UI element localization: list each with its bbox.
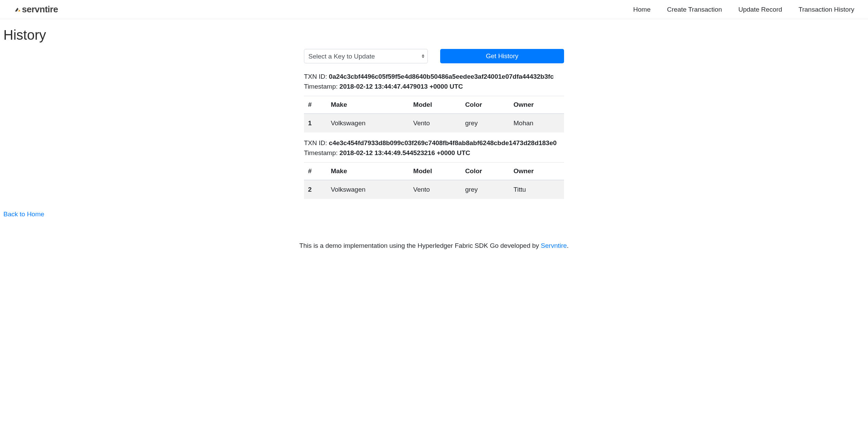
nav-update-record[interactable]: Update Record (738, 6, 782, 13)
cell-index: 2 (304, 180, 327, 199)
col-color: Color (461, 162, 509, 180)
cell-make: Volkswagen (327, 180, 409, 199)
history-table: # Make Model Color Owner 1 Volkswagen Ve… (304, 96, 564, 132)
transaction-meta: TXN ID: 0a24c3cbf4496c05f59f5e4d8640b504… (304, 72, 564, 92)
back-to-home-link[interactable]: Back to Home (3, 210, 44, 218)
timestamp-value: 2018-02-12 13:44:47.4479013 +0000 UTC (340, 83, 463, 90)
nav-transaction-history[interactable]: Transaction History (799, 6, 854, 13)
controls-row: Select a Key to Update Get History (304, 49, 564, 63)
txn-id-value: c4e3c454fd7933d8b099c03f269c7408fb4f8ab8… (329, 139, 557, 146)
cell-color: grey (461, 114, 509, 132)
page-title: History (3, 27, 865, 43)
cell-index: 1 (304, 114, 327, 132)
footer: This is a demo implementation using the … (3, 242, 865, 260)
timestamp-value: 2018-02-12 13:44:49.544523216 +0000 UTC (340, 149, 470, 156)
cell-model: Vento (409, 180, 461, 199)
main-area: Select a Key to Update Get History TXN I… (304, 49, 564, 199)
cell-make: Volkswagen (327, 114, 409, 132)
col-model: Model (409, 96, 461, 114)
get-history-button[interactable]: Get History (440, 49, 564, 63)
col-owner: Owner (509, 96, 564, 114)
txn-id-label: TXN ID: (304, 139, 329, 146)
cell-owner: Tittu (509, 180, 564, 199)
key-select[interactable]: Select a Key to Update (304, 49, 428, 63)
navbar: servntire Home Create Transaction Update… (0, 0, 868, 19)
table-row: 2 Volkswagen Vento grey Tittu (304, 180, 564, 199)
brand-name: servntire (22, 4, 58, 15)
page-content: History Select a Key to Update Get Histo… (0, 19, 868, 263)
nav-create-transaction[interactable]: Create Transaction (667, 6, 722, 13)
table-row: 1 Volkswagen Vento grey Mohan (304, 114, 564, 132)
col-make: Make (327, 162, 409, 180)
brand-logo[interactable]: servntire (14, 4, 58, 15)
nav-home[interactable]: Home (633, 6, 651, 13)
transaction-block: TXN ID: 0a24c3cbf4496c05f59f5e4d8640b504… (304, 72, 564, 132)
txn-id-label: TXN ID: (304, 73, 329, 80)
transaction-block: TXN ID: c4e3c454fd7933d8b099c03f269c7408… (304, 138, 564, 199)
col-color: Color (461, 96, 509, 114)
col-index: # (304, 96, 327, 114)
footer-text-after: . (567, 242, 569, 249)
col-model: Model (409, 162, 461, 180)
col-index: # (304, 162, 327, 180)
footer-link[interactable]: Servntire (541, 242, 567, 249)
timestamp-label: Timestamp: (304, 83, 340, 90)
cell-color: grey (461, 180, 509, 199)
key-select-wrap: Select a Key to Update (304, 49, 428, 63)
history-table: # Make Model Color Owner 2 Volkswagen Ve… (304, 162, 564, 199)
brand-icon (14, 6, 21, 13)
col-make: Make (327, 96, 409, 114)
cell-owner: Mohan (509, 114, 564, 132)
col-owner: Owner (509, 162, 564, 180)
footer-text-before: This is a demo implementation using the … (299, 242, 541, 249)
nav-links: Home Create Transaction Update Record Tr… (633, 6, 854, 13)
transaction-meta: TXN ID: c4e3c454fd7933d8b099c03f269c7408… (304, 138, 564, 158)
txn-id-value: 0a24c3cbf4496c05f59f5e4d8640b50486a5eede… (329, 73, 554, 80)
cell-model: Vento (409, 114, 461, 132)
timestamp-label: Timestamp: (304, 149, 340, 156)
